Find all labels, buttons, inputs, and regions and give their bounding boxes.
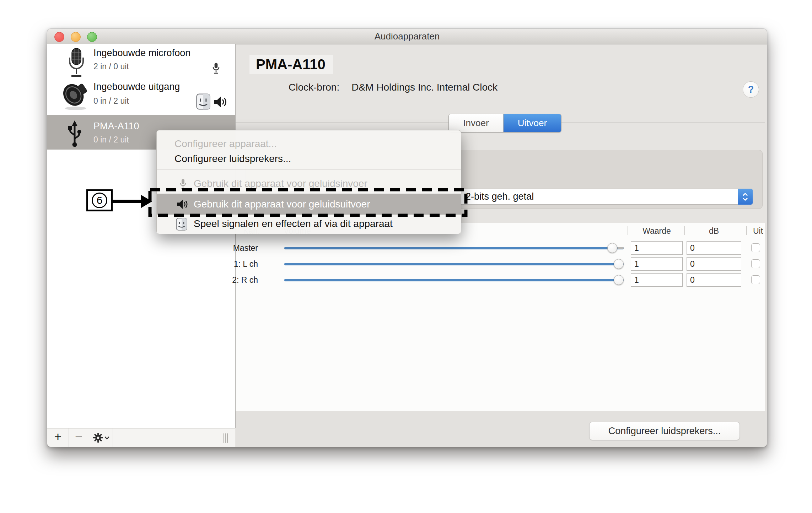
chevron-down-icon bbox=[104, 436, 109, 440]
help-button[interactable]: ? bbox=[743, 81, 759, 98]
dashed-highlight-border bbox=[148, 188, 468, 217]
screenshot-stage: Audioapparaten Ingebouwde microfoon 2 in… bbox=[0, 0, 812, 513]
device-name: Ingebouwde uitgang bbox=[93, 81, 180, 92]
device-title: PMA-A110 bbox=[249, 55, 333, 74]
value-input[interactable] bbox=[631, 241, 683, 255]
col-header-mute: Uit bbox=[749, 226, 767, 236]
callout-arrow bbox=[112, 200, 141, 203]
menu-item-configure-speakers[interactable]: Configureer luidsprekers... bbox=[157, 151, 461, 167]
header-separator bbox=[628, 226, 628, 235]
device-detail: 2 in / 0 uit bbox=[93, 62, 129, 71]
device-context-menu: Configureer apparaat... Configureer luid… bbox=[156, 130, 461, 234]
header-underline bbox=[236, 236, 765, 236]
tab-invoer[interactable]: Invoer bbox=[449, 114, 504, 132]
gear-icon bbox=[93, 433, 103, 443]
sidebar-resize-handle[interactable] bbox=[223, 433, 229, 443]
clock-source-label: Clock-bron: bbox=[289, 82, 339, 93]
clock-source-line: Clock-bron:D&M Holdings Inc. Internal Cl… bbox=[289, 82, 498, 93]
header-separator bbox=[684, 226, 685, 235]
callout-arrow-head bbox=[141, 195, 152, 208]
add-device-button[interactable]: + bbox=[47, 428, 69, 447]
up-down-chevrons-icon bbox=[742, 191, 749, 202]
step-callout: 6 bbox=[86, 189, 113, 211]
volume-slider-knob[interactable] bbox=[607, 243, 617, 253]
channel-label: Master bbox=[227, 243, 258, 253]
volume-slider-knob[interactable] bbox=[614, 259, 624, 269]
device-detail: 0 in / 2 uit bbox=[93, 135, 129, 145]
mute-checkbox[interactable] bbox=[751, 275, 760, 284]
col-header-db: dB bbox=[687, 226, 741, 236]
db-input[interactable] bbox=[687, 257, 741, 271]
header-separator bbox=[746, 226, 747, 235]
remove-device-button: − bbox=[69, 428, 89, 447]
volume-slider-track[interactable] bbox=[284, 247, 624, 249]
finder-alert-icon bbox=[196, 93, 210, 110]
window-title: Audioapparaten bbox=[47, 29, 767, 44]
mute-checkbox[interactable] bbox=[751, 243, 760, 252]
actions-menu-button[interactable] bbox=[89, 428, 113, 447]
configure-speakers-button[interactable]: Configureer luidsprekers... bbox=[589, 422, 740, 440]
format-select-stepper[interactable] bbox=[738, 189, 753, 205]
volume-table bbox=[236, 223, 765, 411]
audio-devices-window: Audioapparaten Ingebouwde microfoon 2 in… bbox=[47, 29, 767, 447]
value-input[interactable] bbox=[631, 273, 683, 287]
menu-item-play-alerts-through-device[interactable]: Speel signalen en effecten af via dit ap… bbox=[157, 216, 461, 232]
step-number: 6 bbox=[92, 193, 107, 208]
sidebar-toolbar: + − bbox=[47, 428, 235, 447]
usb-icon bbox=[67, 119, 82, 148]
channel-label: 1: L ch bbox=[227, 259, 258, 269]
finder-icon bbox=[176, 218, 187, 231]
slider-remainder bbox=[617, 247, 624, 249]
sidebar-item-built-in-output[interactable]: Ingebouwde uitgang 0 in / 2 uit bbox=[47, 76, 235, 115]
speaker-icon bbox=[60, 79, 91, 112]
sidebar-item-built-in-microphone[interactable]: Ingebouwde microfoon 2 in / 0 uit bbox=[47, 45, 235, 76]
clock-source-value: D&M Holdings Inc. Internal Clock bbox=[351, 82, 498, 93]
menu-separator bbox=[157, 169, 461, 170]
input-mic-icon bbox=[211, 61, 221, 75]
mute-checkbox[interactable] bbox=[751, 259, 760, 268]
format-select-value: 2-bits geh. getal bbox=[466, 189, 534, 205]
titlebar: Audioapparaten bbox=[47, 29, 767, 44]
volume-slider-track[interactable] bbox=[284, 279, 624, 281]
footer-bar: Configureer luidsprekers... bbox=[236, 411, 767, 447]
device-heading: PMA-A110 bbox=[249, 55, 333, 74]
menu-item-configure-device: Configureer apparaat... bbox=[157, 136, 461, 152]
device-name: Ingebouwde microfoon bbox=[93, 48, 190, 59]
volume-slider-knob[interactable] bbox=[614, 275, 624, 285]
io-tabs: Invoer Uitvoer bbox=[448, 114, 561, 133]
device-sidebar: Ingebouwde microfoon 2 in / 0 uit bbox=[47, 44, 236, 428]
col-header-value: Waarde bbox=[631, 226, 683, 236]
default-output-speaker-icon bbox=[214, 96, 228, 108]
value-input[interactable] bbox=[631, 257, 683, 271]
microphone-icon bbox=[68, 48, 85, 78]
device-detail: 0 in / 2 uit bbox=[93, 96, 129, 106]
tab-uitvoer[interactable]: Uitvoer bbox=[504, 114, 561, 132]
channel-label: 2: R ch bbox=[227, 275, 258, 285]
db-input[interactable] bbox=[687, 273, 741, 287]
volume-slider-track[interactable] bbox=[284, 263, 624, 265]
db-input[interactable] bbox=[687, 241, 741, 255]
device-name: PMA-A110 bbox=[93, 121, 139, 132]
